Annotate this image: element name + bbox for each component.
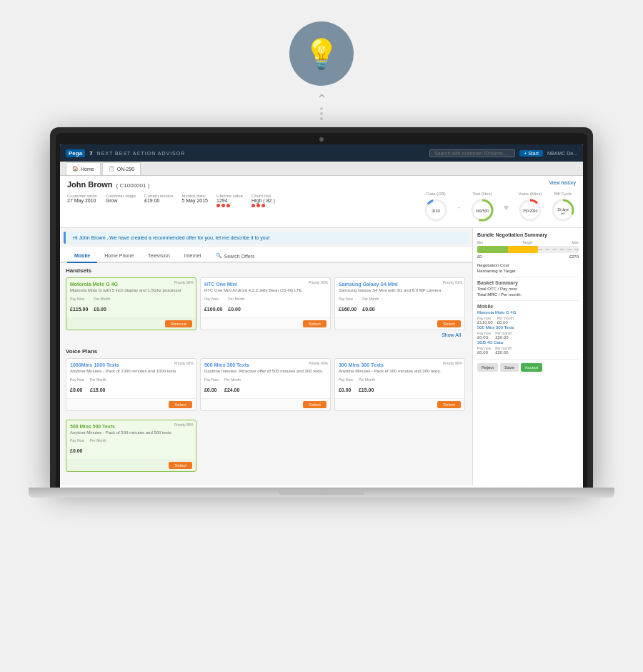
priority-htc: Priority 93%: [309, 280, 328, 285]
screen-inner: Pega 7 NEXT BEST ACTION ADVISOR + Start …: [60, 144, 583, 488]
invoice-date-value: 5 May 2015: [181, 198, 208, 203]
kpi-voice-label: Voice (Mins): [518, 192, 542, 196]
handsets-section: Handsets Priority 96% Motorola Moto G 4G…: [60, 263, 472, 344]
neg-bar-green: [477, 246, 508, 253]
pay-now-val-samsung: £160.00: [339, 307, 357, 312]
per-month-label-500mins300: Per Month: [224, 377, 241, 382]
svg-text:3/10: 3/10: [432, 209, 440, 213]
action-buttons: Reject Save Accept: [477, 359, 579, 372]
invoice-value: £19.00: [144, 198, 173, 203]
pay-now-label-motorola: Pay Now: [70, 297, 88, 301]
handsets-title: Handsets: [66, 267, 467, 274]
voice-plans-grid: Priority 92% 1000Mins 1000 Texts Anytime…: [66, 358, 467, 411]
negotiation-bar: Min Target Max £0 £279: [477, 240, 579, 259]
main-content: Hi John Brown , We have created a recomm…: [60, 228, 583, 485]
total-mrc-row: Total MRC / Per month:: [477, 292, 579, 297]
search-icon: 🔍: [216, 253, 222, 259]
per-month-val-motorola: £0.00: [94, 307, 106, 312]
card-desc-500mins300: Daytime minutes. Attractive offer of 500…: [204, 369, 327, 375]
card-300mins300: Priority 90% 300 Mins 300 Texts Anytime …: [334, 358, 465, 411]
card-samsung: Priority 91% Samsung Galaxy S4 Mini Sams…: [334, 277, 465, 330]
neg-max-label: Max: [572, 240, 579, 244]
neg-bar-yellow: [508, 246, 539, 253]
kpi-area: Data (GB) 3/10 - Text (Nos): [423, 192, 576, 223]
neg-bar-dotted: [538, 249, 579, 253]
select-500mins500-button[interactable]: Select: [169, 462, 192, 469]
lightbulb-icon: 💡: [289, 21, 354, 86]
cat-tab-mobile[interactable]: Mobile: [67, 250, 97, 263]
accept-button[interactable]: Accept: [521, 363, 542, 372]
app-topbar: Pega 7 NEXT BEST ACTION ADVISOR + Start …: [60, 144, 583, 162]
svg-text:750/2000: 750/2000: [523, 209, 538, 213]
cat-tab-television[interactable]: Television: [141, 250, 177, 263]
basket-3gb-price: Pay now £0.00 Per month £20.00: [477, 346, 579, 355]
start-button[interactable]: + Start: [519, 150, 543, 157]
kpi-text-label: Text (Nos): [472, 192, 492, 196]
neg-price-min: £0: [477, 255, 482, 259]
topbar-search-input[interactable]: [429, 149, 515, 157]
view-history-link[interactable]: View history: [549, 180, 576, 185]
lifetime-value: 1294: [216, 198, 243, 203]
pay-now-val-motorola: £115.00: [70, 307, 88, 312]
priority-1000mins: Priority 92%: [174, 361, 194, 365]
select-500mins300-button[interactable]: Select: [303, 401, 327, 408]
pay-now-val-500mins500: £0.00: [70, 448, 83, 453]
remove-motorola-button[interactable]: Remove: [165, 320, 192, 327]
category-tabs: Mobile Home Phone Television Internet 🔍 …: [60, 247, 472, 263]
priority-300mins300: Priority 90%: [443, 361, 462, 365]
per-month-val-htc: £0.00: [228, 307, 241, 312]
kpi-data-label: Data (GB): [427, 192, 446, 196]
select-samsung-button[interactable]: Select: [437, 320, 461, 327]
nav-tab-on290[interactable]: 📋 ON-290: [102, 162, 141, 175]
cat-tab-search[interactable]: 🔍 Search Offers: [209, 250, 262, 263]
negotiation-cost-label: Negotiation Cost: [477, 263, 509, 267]
per-month-label-500mins500: Per Month: [90, 438, 106, 443]
pay-now-label-htc: Pay Now: [204, 297, 222, 301]
svg-text:400/500: 400/500: [476, 209, 489, 213]
customer-bar: John Brown ( C1000001 ) View history Cus…: [60, 176, 583, 228]
nav-tab-home-label: Home: [81, 167, 94, 172]
per-month-val-1000mins: £15.00: [90, 387, 105, 392]
basket-summary-title: Basket Summary: [477, 277, 579, 285]
chevron-up-icon: ⌃: [316, 93, 327, 106]
basket-item-500mins[interactable]: 500 Mins 500 Texts: [477, 325, 579, 330]
left-panel: Hi John Brown , We have created a recomm…: [60, 228, 472, 485]
churn-value: High ( 82 ): [251, 198, 275, 203]
card-desc-300mins300: Anytime Minutes - Pack of 300 minutes an…: [339, 369, 461, 375]
save-button[interactable]: Save: [500, 363, 519, 372]
basket-item-motorola[interactable]: Motorola Moto G 4G: [477, 310, 579, 315]
cat-tab-homephone[interactable]: Home Phone: [97, 250, 141, 263]
nav-tab-on290-label: ON-290: [117, 167, 135, 172]
card-desc-500mins500: Anytime Minutes - Pack of 500 minutes an…: [70, 430, 192, 436]
top-area: 💡 ⌃: [0, 0, 643, 127]
basket-item-3gb[interactable]: 3GB 4G Data: [477, 340, 579, 345]
card-desc-1000mins: Anytime Minutes - Pack of 1000 minutes a…: [70, 369, 192, 375]
per-month-label-motorola: Per Month: [94, 297, 110, 301]
pay-now-label-500mins500: Pay Now: [70, 438, 84, 443]
customer-id: ( C1000001 ): [116, 182, 150, 189]
nav-tabs: 🏠 Home 📋 ON-290: [60, 162, 583, 176]
kpi-bill: Bill Cycle 15 days left: [550, 192, 576, 223]
laptop-base: [29, 488, 614, 498]
nav-tab-home[interactable]: 🏠 Home: [66, 162, 101, 175]
basket-motorola-price: Pay now £110.00 Per month £0.00: [477, 316, 579, 325]
customer-name: John Brown: [67, 180, 113, 189]
dots: [320, 107, 323, 120]
show-all-link[interactable]: Show All: [66, 330, 467, 340]
neg-bar-visual: [477, 246, 579, 253]
select-htc-button[interactable]: Select: [303, 320, 327, 327]
priority-500mins500: Priority 85%: [174, 423, 194, 427]
laptop-screen: Pega 7 NEXT BEST ACTION ADVISOR + Start …: [50, 127, 593, 488]
reject-button[interactable]: Reject: [477, 363, 498, 372]
pega-logo: Pega: [66, 149, 85, 157]
select-1000mins-button[interactable]: Select: [169, 401, 192, 408]
laptop-notch: [279, 490, 364, 495]
priority-500mins300: Priority 90%: [309, 361, 328, 365]
pay-now-label-1000mins: Pay Now: [70, 377, 84, 382]
basket-500mins-price: Pay now £0.00 Per month £20.00: [477, 331, 579, 340]
topbar-user: NBAMC De...: [547, 151, 577, 156]
kpi-text: Text (Nos) 400/500: [469, 192, 495, 223]
cat-tab-internet[interactable]: Internet: [177, 250, 209, 263]
500mins500-section: Priority 85% 500 Mins 500 Texts Anytime …: [60, 415, 472, 477]
select-300mins300-button[interactable]: Select: [437, 401, 461, 408]
